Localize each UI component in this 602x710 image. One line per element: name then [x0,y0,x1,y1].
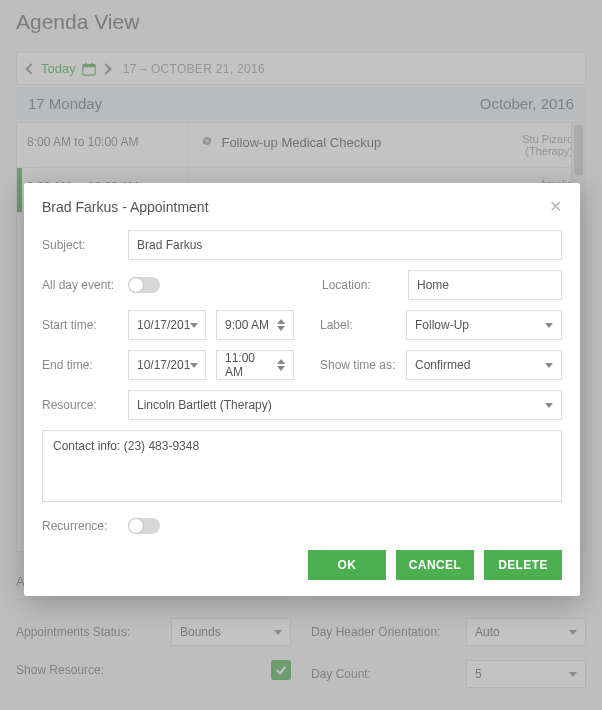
caret-down-icon [190,323,198,328]
showtime-select[interactable]: Confirmed [406,350,562,380]
dialog-title: Brad Farkus - Appointment [42,199,209,215]
allday-label: All day event: [42,278,128,292]
start-time-spinner[interactable]: 9:00 AM [216,310,294,340]
ok-button[interactable]: OK [308,550,386,580]
spin-down-icon[interactable] [277,366,285,371]
end-label: End time: [42,358,128,372]
recurrence-toggle[interactable] [128,518,160,534]
spin-down-icon[interactable] [277,326,285,331]
subject-label: Subject: [42,238,128,252]
allday-toggle[interactable] [128,277,160,293]
caret-down-icon [545,363,553,368]
start-date-select[interactable]: 10/17/201 [128,310,206,340]
subject-input[interactable]: Brad Farkus [128,230,562,260]
resource-label: Resource: [42,398,128,412]
caret-down-icon [545,403,553,408]
appointment-dialog: Brad Farkus - Appointment ✕ Subject: Bra… [24,183,580,596]
recurrence-label: Recurrence: [42,519,128,533]
description-textarea[interactable]: Contact info: (23) 483-9348 [42,430,562,502]
location-label: Location: [322,278,408,292]
location-input[interactable]: Home [408,270,562,300]
start-label: Start time: [42,318,128,332]
delete-button[interactable]: DELETE [484,550,562,580]
cancel-button[interactable]: CANCEL [396,550,474,580]
end-date-select[interactable]: 10/17/201 [128,350,206,380]
close-icon[interactable]: ✕ [549,197,562,216]
spin-up-icon[interactable] [277,319,285,324]
caret-down-icon [190,363,198,368]
caret-down-icon [545,323,553,328]
label-label: Label: [320,318,406,332]
label-select[interactable]: Follow-Up [406,310,562,340]
showtime-label: Show time as: [320,358,406,372]
spin-up-icon[interactable] [277,359,285,364]
resource-select[interactable]: Lincoln Bartlett (Therapy) [128,390,562,420]
end-time-spinner[interactable]: 11:00 AM [216,350,294,380]
